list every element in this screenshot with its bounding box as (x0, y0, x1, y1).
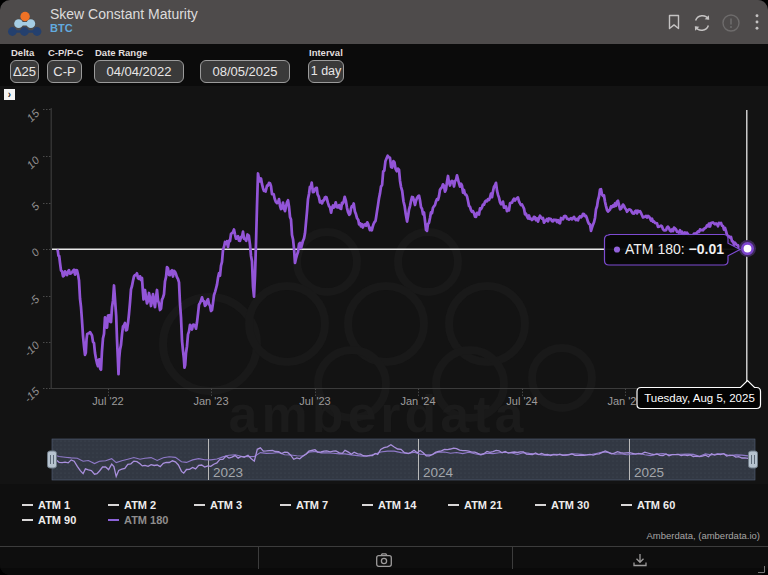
svg-text:Jul '23: Jul '23 (299, 395, 330, 407)
svg-text:0: 0 (29, 245, 42, 258)
svg-text:Tuesday, Aug 5, 2025: Tuesday, Aug 5, 2025 (644, 392, 755, 404)
svg-text:10: 10 (24, 153, 42, 171)
svg-text:15: 15 (24, 106, 42, 124)
svg-text:Jan '23: Jan '23 (193, 395, 228, 407)
svg-text:2024: 2024 (423, 465, 454, 480)
svg-text:2023: 2023 (213, 465, 243, 480)
svg-text:ATM 180: −0.01: ATM 180: −0.01 (625, 241, 724, 257)
svg-text:-10: -10 (22, 338, 42, 358)
svg-text:2025: 2025 (634, 465, 664, 480)
svg-text:Jan '24: Jan '24 (400, 395, 435, 407)
svg-text:-15: -15 (22, 384, 42, 404)
svg-text:Jul '22: Jul '22 (92, 395, 123, 407)
svg-text:5: 5 (29, 199, 42, 212)
svg-text:Jul '24: Jul '24 (506, 395, 537, 407)
svg-text:-5: -5 (26, 292, 42, 308)
